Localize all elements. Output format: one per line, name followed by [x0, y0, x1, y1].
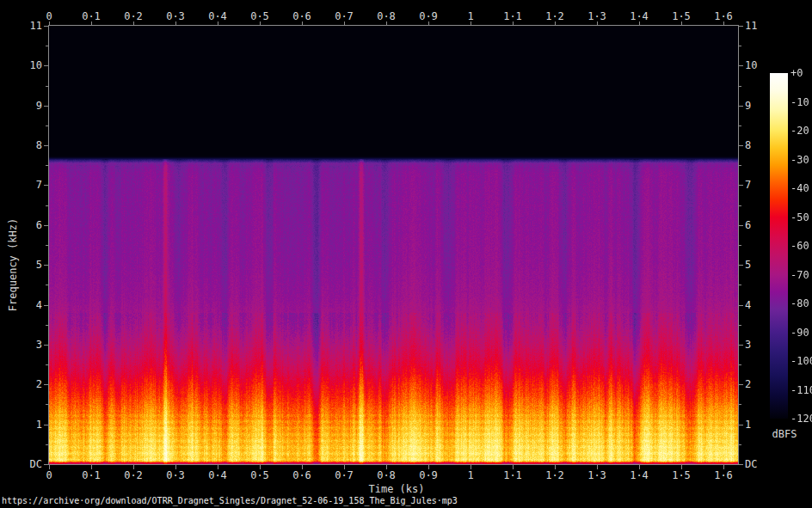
- y-tick-mark-right: [738, 145, 743, 146]
- x-tick-label-top: 1·5: [672, 10, 691, 22]
- x-tick-label-bottom: 0·6: [292, 469, 311, 481]
- x-tick-label-bottom: 0·7: [335, 469, 354, 481]
- x-tick-label-top: 0·7: [335, 10, 354, 22]
- y-tick-mark-right: [738, 384, 743, 385]
- colorbar-tick-label: -60: [790, 240, 809, 252]
- x-tick-mark-top: [260, 21, 261, 26]
- y-minor-tick-left: [46, 165, 49, 166]
- y-minor-tick-left: [46, 125, 49, 126]
- y-tick-label-right: 5: [745, 259, 751, 271]
- x-tick-mark-top: [471, 21, 471, 26]
- y-minor-tick-left: [46, 364, 49, 365]
- x-tick-mark-top: [723, 21, 724, 26]
- source-url: https://archive·org/download/OTRR_Dragne…: [2, 496, 458, 505]
- y-tick-label-left: 7: [0, 179, 42, 191]
- x-tick-label-bottom: 0·3: [166, 469, 185, 481]
- x-tick-label-bottom: 0·4: [208, 469, 227, 481]
- spectrogram-app: Frequency (kHz) Time (ks) dBFS https://a…: [0, 0, 812, 508]
- x-tick-mark-top: [428, 21, 429, 26]
- y-minor-tick-left: [46, 205, 49, 206]
- y-minor-tick-left: [46, 86, 49, 87]
- x-tick-label-bottom: 1·1: [503, 469, 522, 481]
- x-tick-mark-top: [681, 21, 682, 26]
- x-tick-label-top: 0: [46, 10, 52, 22]
- colorbar: [770, 73, 788, 419]
- colorbar-tick-label: -10: [790, 96, 809, 108]
- x-tick-label-bottom: 1·6: [714, 469, 733, 481]
- y-tick-label-right: 3: [745, 339, 751, 351]
- y-minor-tick-right: [738, 125, 741, 126]
- x-tick-mark-top: [344, 21, 345, 26]
- y-tick-mark-right: [738, 464, 743, 465]
- y-tick-label-right: 1: [745, 419, 751, 431]
- y-minor-tick-left: [46, 285, 49, 285]
- x-tick-mark-top: [91, 21, 92, 26]
- y-minor-tick-right: [738, 404, 741, 405]
- x-tick-mark-top: [49, 21, 50, 26]
- y-tick-label-left: 6: [0, 219, 42, 231]
- y-tick-mark-left: [44, 225, 49, 226]
- y-tick-label-left: DC: [0, 458, 42, 470]
- x-tick-mark-top: [218, 21, 218, 26]
- y-tick-label-left: 1: [0, 419, 42, 431]
- y-tick-mark-right: [738, 305, 743, 306]
- y-tick-mark-left: [44, 464, 49, 465]
- x-tick-label-bottom: 0·1: [82, 469, 101, 481]
- x-tick-label-bottom: 1·4: [630, 469, 649, 481]
- y-tick-mark-right: [738, 225, 743, 226]
- colorbar-tick-label: -20: [790, 125, 809, 137]
- y-tick-label-right: 9: [745, 100, 751, 112]
- y-tick-label-right: 4: [745, 299, 751, 311]
- y-minor-tick-right: [738, 364, 741, 365]
- x-tick-label-top: 0·8: [377, 10, 396, 22]
- x-tick-label-top: 0·4: [208, 10, 227, 22]
- x-tick-label-bottom: 0·5: [250, 469, 269, 481]
- x-axis-title: Time (ks): [368, 483, 424, 495]
- x-tick-mark-top: [133, 21, 134, 26]
- y-minor-tick-left: [46, 444, 49, 445]
- x-tick-mark-top: [175, 21, 176, 26]
- x-tick-mark-top: [639, 21, 640, 26]
- y-minor-tick-left: [46, 245, 49, 246]
- y-minor-tick-right: [738, 325, 741, 326]
- x-tick-label-top: 0·2: [124, 10, 143, 22]
- colorbar-tick-label: +0: [790, 67, 803, 79]
- plot-area: [48, 25, 739, 465]
- y-tick-mark-right: [738, 185, 743, 186]
- y-tick-mark-left: [44, 65, 49, 66]
- y-minor-tick-left: [46, 46, 49, 46]
- y-tick-label-right: DC: [745, 458, 757, 470]
- y-tick-mark-left: [44, 185, 49, 186]
- y-tick-mark-left: [44, 145, 49, 146]
- y-tick-label-right: 6: [745, 219, 751, 231]
- y-tick-label-left: 3: [0, 339, 42, 351]
- x-tick-mark-top: [513, 21, 514, 26]
- colorbar-unit-label: dBFS: [772, 428, 797, 440]
- y-tick-label-right: 8: [745, 139, 751, 151]
- y-minor-tick-right: [738, 165, 741, 166]
- x-tick-label-bottom: 0·2: [124, 469, 143, 481]
- colorbar-tick-label: -40: [790, 182, 809, 194]
- x-tick-label-bottom: 1: [467, 469, 473, 481]
- y-tick-label-left: 2: [0, 378, 42, 390]
- x-tick-mark-top: [555, 21, 556, 26]
- y-tick-mark-right: [738, 425, 743, 425]
- y-tick-label-left: 11: [0, 20, 42, 32]
- y-minor-tick-right: [738, 245, 741, 246]
- colorbar-tick-label: -70: [790, 269, 809, 281]
- x-tick-label-top: 1·6: [714, 10, 733, 22]
- y-minor-tick-left: [46, 404, 49, 405]
- y-minor-tick-right: [738, 444, 741, 445]
- x-tick-label-top: 0·9: [419, 10, 438, 22]
- colorbar-tick-label: -110: [790, 384, 812, 396]
- x-tick-label-top: 1·3: [587, 10, 606, 22]
- y-tick-label-right: 7: [745, 179, 751, 191]
- colorbar-tick-label: -30: [790, 154, 809, 166]
- y-tick-mark-left: [44, 26, 49, 27]
- y-tick-label-left: 9: [0, 100, 42, 112]
- y-minor-tick-right: [738, 86, 741, 87]
- y-tick-mark-right: [738, 26, 743, 27]
- x-tick-label-bottom: 0: [46, 469, 52, 481]
- x-tick-label-top: 1·1: [503, 10, 522, 22]
- y-tick-mark-right: [738, 345, 743, 346]
